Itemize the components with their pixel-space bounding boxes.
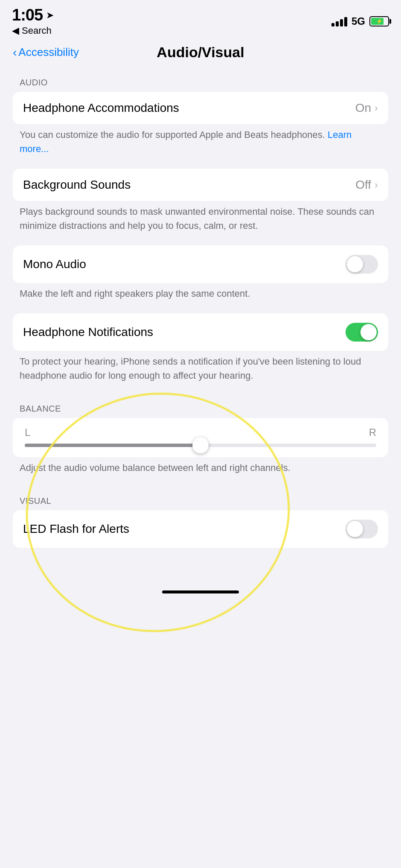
mono-audio-label: Mono Audio [23,257,86,271]
background-sounds-status: Off [355,178,371,192]
balance-section-header: BALANCE [13,395,388,418]
battery-container: ⚡ [369,16,389,26]
battery-fill: ⚡ [371,18,384,25]
headphone-notifications-row: Headphone Notifications [13,313,388,351]
headphone-notifications-label: Headphone Notifications [23,325,153,339]
headphone-notifications-card: Headphone Notifications [13,313,388,351]
headphone-notifications-toggle-thumb [360,324,377,340]
visual-section-header: VISUAL [13,488,388,510]
network-type: 5G [352,15,365,27]
nav-bar: ‹ Accessibility Audio/Visual [0,40,401,69]
headphone-accommodations-card: Headphone Accommodations On › [13,92,388,124]
headphone-accommodations-row[interactable]: Headphone Accommodations On › [13,92,388,124]
audio-section-header: AUDIO [13,69,388,92]
headphone-accommodations-chevron: › [375,102,378,114]
signal-bar-2 [336,21,339,26]
content-area: AUDIO Headphone Accommodations On › You … [0,69,401,582]
home-indicator [162,590,239,593]
balance-right-label: R [369,427,376,438]
mono-audio-toggle-thumb [347,256,363,272]
location-icon: ➤ [46,10,54,21]
home-indicator-area [0,582,401,606]
background-sounds-value: Off › [355,178,378,192]
signal-bar-3 [340,19,343,26]
balance-slider-track[interactable] [25,444,376,447]
headphone-accommodations-status: On [355,101,371,115]
background-sounds-row[interactable]: Background Sounds Off › [13,169,388,201]
led-flash-toggle[interactable] [346,520,378,538]
led-flash-toggle-thumb [347,521,363,537]
balance-slider-card: L R [13,418,388,457]
back-button[interactable]: ‹ Accessibility [13,46,79,59]
back-label: Accessibility [18,46,79,59]
background-sounds-card: Background Sounds Off › [13,169,388,201]
balance-slider-fill [25,444,200,447]
mono-audio-row: Mono Audio [13,245,388,283]
signal-bars [331,16,347,26]
led-flash-label: LED Flash for Alerts [23,522,129,536]
led-flash-row: LED Flash for Alerts [13,510,388,548]
battery-bolt-icon: ⚡ [376,18,383,24]
headphone-accommodations-desc: You can customize the audio for supporte… [13,124,388,164]
balance-left-label: L [25,427,30,438]
search-back-text: ◀ Search [12,25,54,36]
background-sounds-chevron: › [375,179,378,191]
battery-icon: ⚡ [369,16,389,26]
balance-slider-thumb[interactable] [192,437,209,453]
status-right: 5G ⚡ [331,15,389,27]
signal-bar-1 [331,23,334,26]
status-bar: 1:05 ➤ ◀ Search 5G ⚡ [0,0,401,40]
headphone-notifications-toggle[interactable] [346,323,378,342]
mono-audio-card: Mono Audio [13,245,388,283]
background-sounds-label: Background Sounds [23,178,131,192]
back-chevron-icon: ‹ [13,47,17,58]
balance-desc: Adjust the audio volume balance between … [13,457,388,483]
signal-bar-4 [344,17,347,26]
mono-audio-toggle[interactable] [346,255,378,274]
headphone-accommodations-value: On › [355,101,378,115]
mono-audio-desc: Make the left and right speakers play th… [13,283,388,309]
balance-labels: L R [25,427,376,438]
page-title: Audio/Visual [157,44,244,61]
background-sounds-desc: Plays background sounds to mask unwanted… [13,201,388,241]
status-time: 1:05 [12,6,43,24]
led-flash-card: LED Flash for Alerts [13,510,388,548]
headphone-accommodations-label: Headphone Accommodations [23,101,179,115]
headphone-notifications-desc: To protect your hearing, iPhone sends a … [13,351,388,391]
